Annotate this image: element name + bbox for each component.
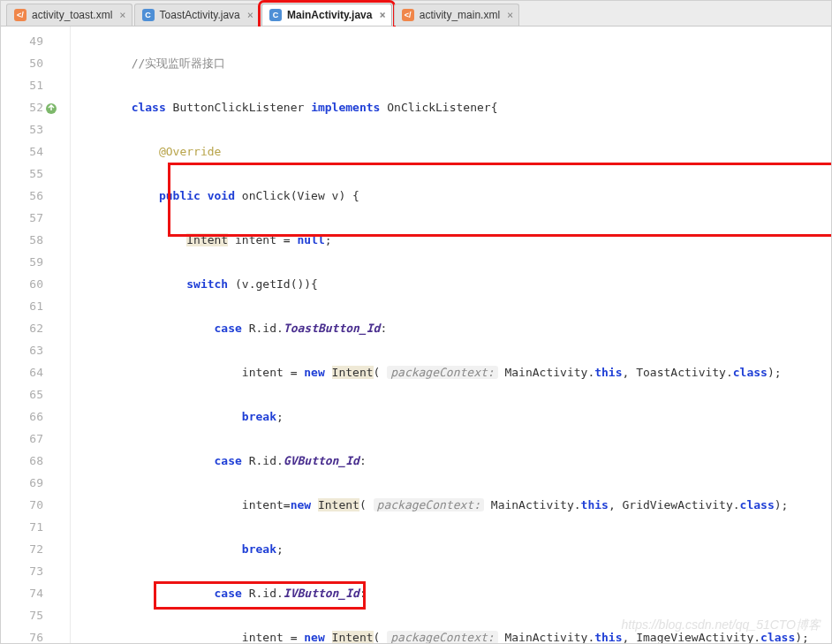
tab-label: MainActivity.java bbox=[287, 9, 372, 21]
close-icon[interactable]: × bbox=[507, 9, 513, 21]
tab-mainactivity-java[interactable]: C MainActivity.java × bbox=[261, 4, 392, 26]
tab-label: activity_toast.xml bbox=[32, 9, 112, 21]
xml-file-icon: </ bbox=[402, 9, 414, 21]
override-gutter-icon[interactable] bbox=[45, 100, 57, 112]
tab-toastactivity-java[interactable]: C ToastActivity.java × bbox=[134, 4, 260, 26]
java-file-icon: C bbox=[269, 9, 282, 21]
java-file-icon: C bbox=[142, 9, 155, 21]
fold-gutter[interactable] bbox=[54, 27, 71, 643]
tab-label: ToastActivity.java bbox=[160, 9, 240, 21]
tab-label: activity_main.xml bbox=[420, 9, 500, 21]
code-comment: //实现监听器接口 bbox=[132, 57, 226, 70]
override-annotation: @Override bbox=[159, 145, 221, 158]
xml-file-icon: </ bbox=[14, 9, 26, 21]
line-number-gutter: 4950515253545556575859606162636465666768… bbox=[1, 27, 54, 643]
close-icon[interactable]: × bbox=[119, 9, 125, 21]
ide-window: </ activity_toast.xml × C ToastActivity.… bbox=[0, 0, 832, 644]
code-editor[interactable]: 4950515253545556575859606162636465666768… bbox=[1, 27, 831, 643]
close-icon[interactable]: × bbox=[247, 9, 253, 21]
code-area[interactable]: //实现监听器接口 class ButtonClickListener impl… bbox=[71, 27, 831, 643]
tab-activity-main-xml[interactable]: </ activity_main.xml × bbox=[394, 4, 520, 26]
watermark-text: https://blog.csdn.net/qq_51CTO博客 bbox=[622, 614, 821, 636]
editor-tabbar: </ activity_toast.xml × C ToastActivity.… bbox=[1, 1, 831, 27]
tab-activity-toast-xml[interactable]: </ activity_toast.xml × bbox=[6, 4, 132, 26]
close-icon[interactable]: × bbox=[379, 9, 385, 21]
